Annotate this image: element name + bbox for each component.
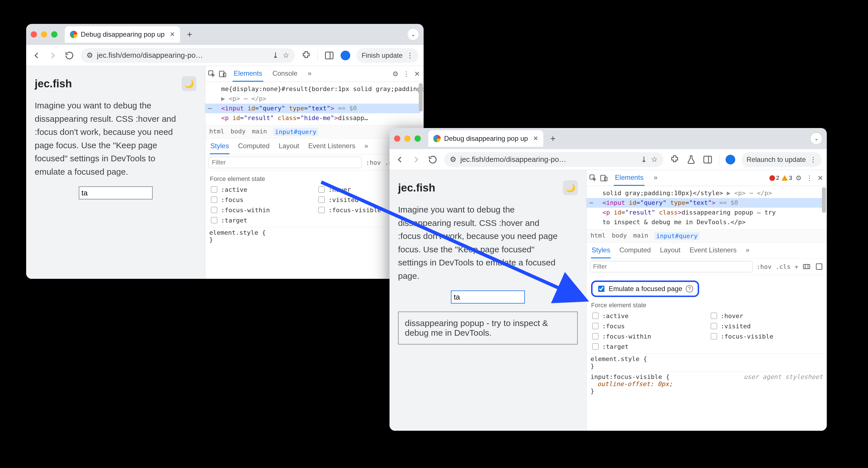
browser-tab[interactable]: Debug disappearing pop up ✕ <box>65 26 180 43</box>
inspect-icon[interactable] <box>589 174 597 182</box>
help-icon[interactable]: ? <box>686 285 693 292</box>
hov-toggle[interactable]: :hov <box>366 159 381 166</box>
settings-icon[interactable]: ⚙ <box>794 174 803 182</box>
state-visited[interactable]: :visited <box>710 322 822 330</box>
styles-tab[interactable]: Styles <box>591 243 611 258</box>
back-icon[interactable] <box>395 154 405 165</box>
layout-tab[interactable]: Layout <box>659 243 681 258</box>
event-listeners-tab[interactable]: Event Listeners <box>308 139 356 154</box>
more-subtabs-icon[interactable]: » <box>745 243 750 258</box>
side-panel-icon[interactable] <box>703 154 713 165</box>
dom-breadcrumb[interactable]: html body main input#query <box>587 229 827 243</box>
state-target[interactable]: :target <box>210 216 312 224</box>
theme-toggle-button[interactable]: 🌙 <box>182 76 196 91</box>
event-listeners-tab[interactable]: Event Listeners <box>689 243 737 258</box>
state-focus-visible[interactable]: :focus-visible <box>710 332 822 340</box>
state-focus-within[interactable]: :focus-within <box>591 332 704 340</box>
state-active[interactable]: :active <box>591 312 704 320</box>
bookmark-icon[interactable]: ☆ <box>283 51 289 60</box>
state-hover[interactable]: :hover <box>710 312 822 320</box>
reload-icon[interactable] <box>428 154 438 165</box>
element-style-block[interactable]: element.style { } <box>587 353 827 371</box>
demo-query-input[interactable] <box>451 290 525 303</box>
cls-toggle[interactable]: .cls <box>776 263 790 270</box>
dom-tree[interactable]: solid gray;padding:10px}</style> ▶ <p> ⋯… <box>587 186 827 229</box>
profile-avatar[interactable] <box>725 155 735 165</box>
update-button[interactable]: Relaunch to update ⋮ <box>742 152 822 167</box>
scrollbar[interactable] <box>419 83 423 112</box>
forward-icon[interactable] <box>48 50 58 61</box>
maximize-window-icon[interactable] <box>51 31 57 37</box>
device-toolbar-icon[interactable] <box>218 70 227 78</box>
close-tab-icon[interactable]: ✕ <box>533 135 538 142</box>
more-tabs-icon[interactable]: » <box>652 170 658 186</box>
css-rule-block[interactable]: user agent stylesheet input:focus-visibl… <box>587 371 827 396</box>
close-window-icon[interactable] <box>31 31 37 37</box>
tab-overflow-button[interactable]: ⌄ <box>810 133 822 145</box>
state-focus[interactable]: :focus <box>591 322 704 330</box>
elements-tab[interactable]: Elements <box>614 170 645 186</box>
state-active[interactable]: :active <box>210 185 312 194</box>
emulate-focused-page-checkbox[interactable] <box>598 286 604 292</box>
site-brand[interactable]: jec.fish <box>398 182 435 194</box>
new-tab-button[interactable]: + <box>546 132 560 145</box>
inspect-icon[interactable] <box>208 70 216 78</box>
close-window-icon[interactable] <box>394 136 400 142</box>
site-settings-icon[interactable]: ⚙ <box>87 51 93 60</box>
warning-count[interactable]: 3 <box>781 175 792 181</box>
paint-flash-icon[interactable] <box>802 262 811 271</box>
demo-query-input[interactable] <box>79 186 153 199</box>
site-brand[interactable]: jec.fish <box>35 78 72 90</box>
maximize-window-icon[interactable] <box>414 136 421 142</box>
address-bar[interactable]: ⚙ jec.fish/demo/disappearing-po… ⤓ ☆ <box>444 152 663 167</box>
extensions-icon[interactable] <box>670 154 680 165</box>
hov-toggle[interactable]: :hov <box>756 263 772 270</box>
install-icon[interactable]: ⤓ <box>641 155 647 164</box>
site-settings-icon[interactable]: ⚙ <box>450 155 456 164</box>
new-rule-icon[interactable]: + <box>795 263 798 270</box>
theme-toggle-button[interactable]: 🌙 <box>563 180 578 195</box>
more-subtabs-icon[interactable]: » <box>364 139 369 154</box>
state-target[interactable]: :target <box>591 343 704 351</box>
selected-dom-node[interactable]: <input id="query" type="text"> == $0 <box>587 198 824 208</box>
selected-dom-node[interactable]: <input id="query" type="text"> == $0 <box>205 104 420 113</box>
elements-tab[interactable]: Elements <box>232 66 263 82</box>
profile-avatar[interactable] <box>341 51 350 60</box>
minimize-window-icon[interactable] <box>404 136 410 142</box>
computed-tab[interactable]: Computed <box>238 139 270 154</box>
more-tabs-icon[interactable]: » <box>307 66 312 82</box>
back-icon[interactable] <box>31 50 41 61</box>
kebab-icon[interactable]: ⋮ <box>402 70 410 78</box>
computed-toggle-icon[interactable] <box>815 262 824 271</box>
kebab-icon[interactable]: ⋮ <box>805 174 814 182</box>
reload-icon[interactable] <box>64 50 74 61</box>
close-tab-icon[interactable]: ✕ <box>170 31 175 38</box>
side-panel-icon[interactable] <box>324 50 334 61</box>
console-tab[interactable]: Console <box>271 66 299 82</box>
settings-icon[interactable]: ⚙ <box>391 70 400 78</box>
device-toolbar-icon[interactable] <box>599 174 608 182</box>
extensions-icon[interactable] <box>301 50 311 61</box>
close-devtools-icon[interactable]: ✕ <box>413 70 421 78</box>
minimize-window-icon[interactable] <box>41 31 47 37</box>
forward-icon[interactable] <box>411 154 421 165</box>
layout-tab[interactable]: Layout <box>278 139 300 154</box>
styles-filter-input[interactable] <box>590 261 752 272</box>
state-focus[interactable]: :focus <box>210 196 312 204</box>
emulate-focused-page-toggle[interactable]: Emulate a focused page ? <box>591 281 699 297</box>
new-tab-button[interactable]: + <box>183 28 196 41</box>
computed-tab[interactable]: Computed <box>619 243 651 258</box>
state-focus-within[interactable]: :focus-within <box>210 206 312 214</box>
labs-icon[interactable] <box>686 154 696 165</box>
error-count[interactable]: 2 <box>769 175 779 181</box>
dom-tree[interactable]: me{display:none}#result{border:1px solid… <box>205 82 424 125</box>
tab-overflow-button[interactable]: ⌄ <box>407 28 419 40</box>
styles-tab[interactable]: Styles <box>210 139 229 154</box>
address-bar[interactable]: ⚙ jec.fish/demo/disappearing-po… ⤓ ☆ <box>81 48 295 63</box>
close-devtools-icon[interactable]: ✕ <box>816 174 825 182</box>
browser-tab[interactable]: Debug disappearing pop up ✕ <box>428 130 543 147</box>
update-button[interactable]: Finish update ⋮ <box>356 48 418 63</box>
scrollbar[interactable] <box>822 187 826 213</box>
styles-filter-input[interactable] <box>209 157 362 168</box>
install-icon[interactable]: ⤓ <box>272 51 279 60</box>
